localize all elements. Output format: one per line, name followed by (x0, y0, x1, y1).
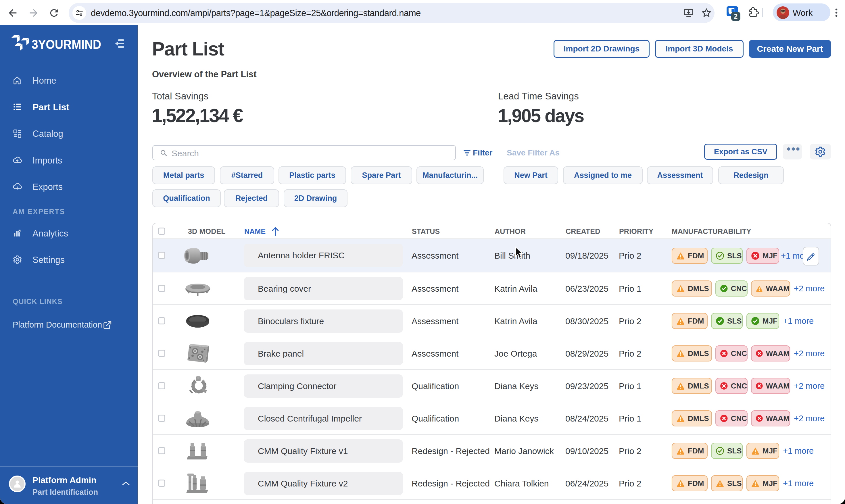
svg-text:3YOURMIND: 3YOURMIND (32, 39, 101, 51)
